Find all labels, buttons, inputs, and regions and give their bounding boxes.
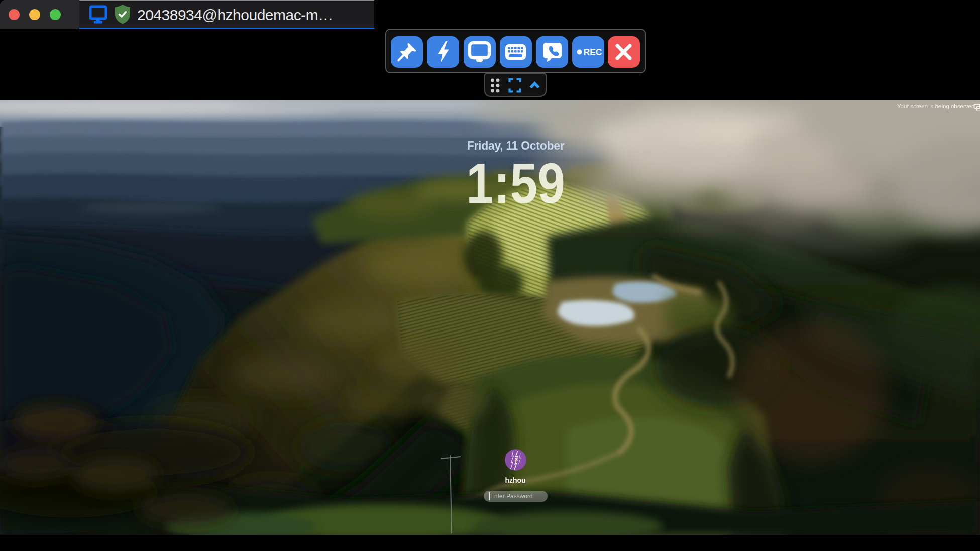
svg-text:REC: REC — [584, 47, 602, 57]
